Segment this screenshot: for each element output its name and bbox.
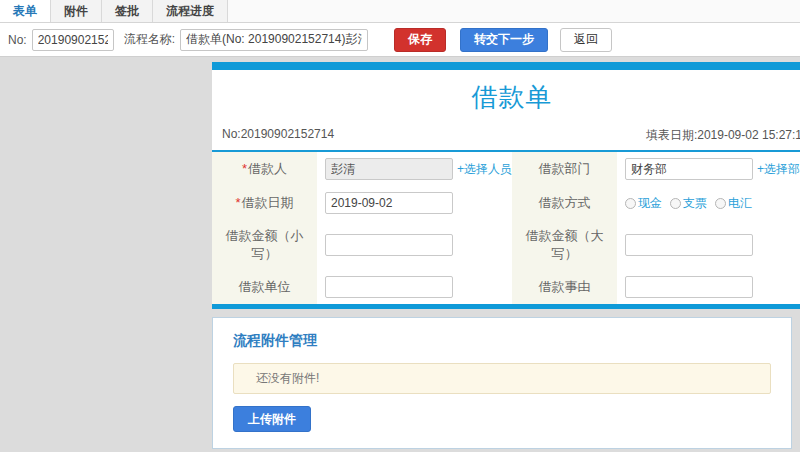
required-mark: * [242,161,247,176]
radio-cheque[interactable]: 支票 [670,195,707,212]
required-mark: * [235,195,240,210]
back-button[interactable]: 返回 [560,28,612,52]
page-background: 借款单 No:20190902152714 填表日期:2019-09-02 15… [0,57,800,452]
loan-reason-field [617,270,800,304]
tab-attachment[interactable]: 附件 [51,0,102,22]
loan-unit-label: 借款单位 [212,270,317,304]
form-no-text: No:20190902152714 [222,127,334,144]
amount-big-label: 借款金额（大写） [512,220,617,270]
amount-small-label: 借款金额（小写） [212,220,317,270]
loan-date-input[interactable] [325,192,453,214]
radio-circle-icon [625,198,636,209]
loan-reason-input[interactable] [625,276,753,298]
borrower-label: *借款人 [212,152,317,186]
tab-bar: 表单 附件 签批 流程进度 [0,0,800,23]
tab-progress[interactable]: 流程进度 [153,0,228,22]
amount-big-field [617,220,800,270]
select-department-link[interactable]: +选择部门 [757,161,800,178]
no-attachments-notice: 还没有附件! [233,363,771,394]
loan-date-label: *借款日期 [212,186,317,220]
upload-attachment-button[interactable]: 上传附件 [233,406,311,432]
loan-reason-label: 借款事由 [512,270,617,304]
process-name-label: 流程名称: [124,31,175,48]
radio-cash[interactable]: 现金 [625,195,662,212]
no-input[interactable] [32,29,114,51]
tab-attachment-label: 附件 [64,3,88,20]
radio-cheque-label: 支票 [683,195,707,212]
radio-wire[interactable]: 电汇 [715,195,752,212]
attachments-title: 流程附件管理 [233,332,771,350]
loan-form-panel: 借款单 No:20190902152714 填表日期:2019-09-02 15… [212,62,800,309]
loan-date-field [317,186,512,220]
attachments-panel: 流程附件管理 还没有附件! 上传附件 [212,317,792,449]
tab-approval[interactable]: 签批 [102,0,153,22]
panel-bottom-accent [212,304,800,309]
loan-method-label: 借款方式 [512,186,617,220]
form-grid: *借款人 +选择人员 借款部门 +选择部门 *借款日期 借款 [212,152,800,304]
tab-approval-label: 签批 [115,3,139,20]
department-field: +选择部门 [617,152,800,186]
loan-method-field: 现金 支票 电汇 [617,186,800,220]
borrower-field: +选择人员 [317,152,512,186]
tab-progress-label: 流程进度 [166,3,214,20]
amount-small-field [317,220,512,270]
tab-form-label: 表单 [13,3,37,20]
form-meta-row: No:20190902152714 填表日期:2019-09-02 15:27:… [212,123,800,152]
tab-form[interactable]: 表单 [0,0,51,22]
department-label: 借款部门 [512,152,617,186]
next-step-button[interactable]: 转交下一步 [460,28,548,52]
radio-circle-icon [670,198,681,209]
save-button[interactable]: 保存 [394,28,446,52]
radio-circle-icon [715,198,726,209]
form-title: 借款单 [212,70,800,123]
process-name-input[interactable] [180,29,368,51]
department-input[interactable] [625,158,753,180]
select-person-link[interactable]: +选择人员 [457,161,512,178]
no-label: No: [8,33,27,47]
form-date-text: 填表日期:2019-09-02 15:27:1 [646,127,800,144]
radio-wire-label: 电汇 [728,195,752,212]
command-bar: No: 流程名称: 保存 转交下一步 返回 [0,23,800,57]
panel-top-accent [212,62,800,70]
borrower-input[interactable] [325,158,453,180]
radio-cash-label: 现金 [638,195,662,212]
amount-big-input[interactable] [625,234,753,256]
amount-small-input[interactable] [325,234,453,256]
loan-unit-field [317,270,512,304]
main-column: 借款单 No:20190902152714 填表日期:2019-09-02 15… [212,62,800,452]
loan-unit-input[interactable] [325,276,453,298]
